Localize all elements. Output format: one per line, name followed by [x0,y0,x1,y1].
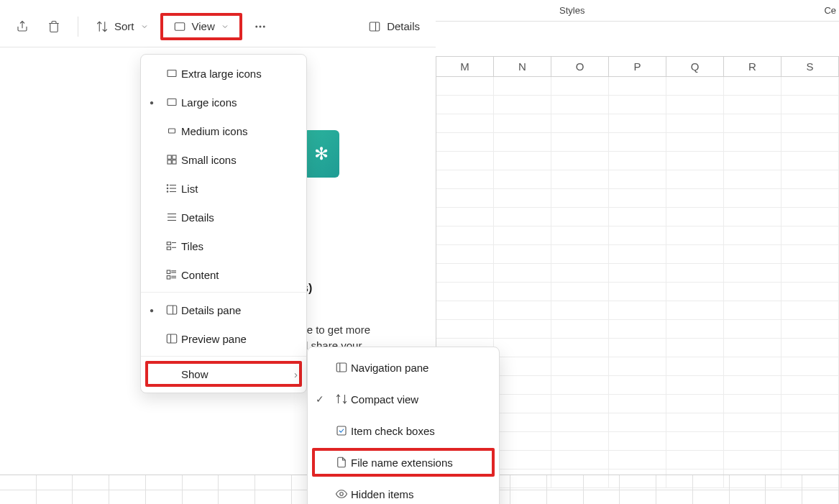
cell[interactable] [781,208,839,226]
cell[interactable] [781,376,839,395]
cell[interactable] [666,301,724,320]
submenu-item-file-name-extensions[interactable]: File name extensions [308,446,499,478]
cell[interactable] [666,264,724,283]
cell[interactable] [551,245,609,264]
view-button[interactable]: View [168,17,235,36]
cell[interactable] [494,208,551,226]
cell[interactable] [781,283,839,301]
grid-row[interactable] [436,208,839,226]
submenu-item-item-check-boxes[interactable]: Item check boxes [308,415,499,446]
cell[interactable] [609,451,666,469]
cell[interactable] [551,264,609,283]
cell[interactable] [666,339,724,357]
cell[interactable] [494,395,551,413]
cell[interactable] [551,208,609,226]
cell[interactable] [781,320,839,339]
cell[interactable] [666,283,724,301]
grid-row[interactable] [436,114,839,133]
cell[interactable] [494,339,551,357]
cell[interactable] [724,152,781,170]
cell[interactable] [551,432,609,451]
cell[interactable] [781,96,839,114]
cell[interactable] [781,301,839,320]
cell[interactable] [724,226,781,245]
cell[interactable] [609,114,666,133]
cell[interactable] [551,357,609,376]
cell[interactable] [666,133,724,152]
cell[interactable] [494,451,551,469]
cell[interactable] [551,376,609,395]
menu-item-tiles[interactable]: Tiles [141,232,306,260]
cell[interactable] [609,208,666,226]
cell[interactable] [609,432,666,451]
menu-item-show[interactable]: Show › [141,359,306,388]
cell[interactable] [436,226,494,245]
cell[interactable] [494,301,551,320]
cell[interactable] [666,226,724,245]
cell[interactable] [494,320,551,339]
cell[interactable] [436,96,494,114]
cell[interactable] [436,189,494,208]
sort-button[interactable]: Sort [88,16,156,37]
cell[interactable] [494,114,551,133]
cell[interactable] [724,357,781,376]
cell[interactable] [609,245,666,264]
grid-row[interactable] [436,77,839,96]
cell[interactable] [436,152,494,170]
cell[interactable] [781,395,839,413]
cell[interactable] [609,320,666,339]
grid-row[interactable] [436,245,839,264]
cell[interactable] [609,226,666,245]
cell[interactable] [494,376,551,395]
column-headers[interactable]: MNOPQRS [436,57,839,77]
cell[interactable] [666,77,724,96]
cell[interactable] [551,114,609,133]
cell[interactable] [724,189,781,208]
cell[interactable] [436,301,494,320]
cell[interactable] [551,77,609,96]
cell[interactable] [724,320,781,339]
grid-row[interactable] [436,301,839,320]
cell[interactable] [724,451,781,469]
menu-item-medium-icons[interactable]: Medium icons [141,116,306,145]
cell[interactable] [436,320,494,339]
column-header[interactable]: N [494,57,551,76]
cell[interactable] [666,170,724,189]
cell[interactable] [781,226,839,245]
cell[interactable] [551,96,609,114]
cell[interactable] [781,245,839,264]
submenu-item-navigation-pane[interactable]: Navigation pane [308,352,499,383]
menu-item-large-icons[interactable]: ● Large icons [141,88,306,116]
grid-row[interactable] [436,226,839,245]
menu-item-small-icons[interactable]: Small icons [141,145,306,174]
cell[interactable] [724,413,781,432]
cell[interactable] [494,133,551,152]
cell[interactable] [609,376,666,395]
cell[interactable] [781,432,839,451]
grid-row[interactable] [436,264,839,283]
cell[interactable] [609,339,666,357]
cell[interactable] [781,189,839,208]
cell[interactable] [494,170,551,189]
cell[interactable] [494,264,551,283]
cell[interactable] [494,245,551,264]
cell[interactable] [494,283,551,301]
cell[interactable] [609,395,666,413]
grid-row[interactable] [436,320,839,339]
cell[interactable] [551,170,609,189]
cell[interactable] [609,301,666,320]
more-button[interactable] [247,16,274,37]
grid-row[interactable] [436,96,839,114]
cell[interactable] [494,432,551,451]
cell[interactable] [436,170,494,189]
cell[interactable] [436,133,494,152]
grid-row[interactable] [436,170,839,189]
submenu-item-hidden-items[interactable]: Hidden items [308,478,499,504]
cell[interactable] [609,413,666,432]
cell[interactable] [436,114,494,133]
cell[interactable] [494,77,551,96]
cell[interactable] [551,189,609,208]
cell[interactable] [551,283,609,301]
cell[interactable] [724,77,781,96]
menu-item-preview-pane[interactable]: Preview pane [141,324,306,353]
